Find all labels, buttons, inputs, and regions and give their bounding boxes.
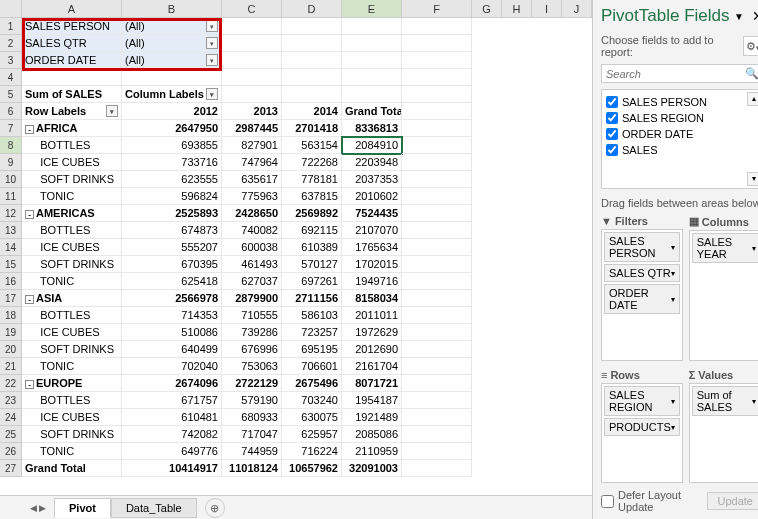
- cell[interactable]: 753063: [222, 358, 282, 375]
- cell[interactable]: 1949716: [342, 273, 402, 290]
- row-header[interactable]: 23: [0, 392, 22, 409]
- row-label[interactable]: ICE CUBES: [22, 154, 122, 171]
- cell[interactable]: 722268: [282, 154, 342, 171]
- field-checkbox[interactable]: [606, 112, 618, 124]
- cell[interactable]: 610481: [122, 409, 222, 426]
- cell[interactable]: 563154: [282, 137, 342, 154]
- cell[interactable]: 693855: [122, 137, 222, 154]
- chevron-down-icon[interactable]: ▾: [752, 397, 756, 406]
- scroll-down-icon[interactable]: ▾: [747, 172, 758, 186]
- chevron-down-icon[interactable]: ▾: [671, 295, 675, 304]
- cell[interactable]: 2110959: [342, 443, 402, 460]
- cell[interactable]: 1972629: [342, 324, 402, 341]
- cell[interactable]: [222, 35, 282, 52]
- cell[interactable]: 610389: [282, 239, 342, 256]
- cell[interactable]: [402, 239, 472, 256]
- row-header[interactable]: 1: [0, 18, 22, 35]
- cell[interactable]: 2107070: [342, 222, 402, 239]
- cell[interactable]: [402, 409, 472, 426]
- selected-cell[interactable]: 2084910: [342, 137, 402, 154]
- cell[interactable]: 2701418: [282, 120, 342, 137]
- cell[interactable]: 1702015: [342, 256, 402, 273]
- row-header[interactable]: 19: [0, 324, 22, 341]
- row-label[interactable]: SOFT DRINKS: [22, 171, 122, 188]
- row-label[interactable]: -ASIA: [22, 290, 122, 307]
- cell[interactable]: [282, 52, 342, 69]
- cell[interactable]: 703240: [282, 392, 342, 409]
- row-label[interactable]: BOTTLES: [22, 222, 122, 239]
- filter-value[interactable]: (All)▾: [122, 52, 222, 69]
- cell[interactable]: [402, 324, 472, 341]
- row-label[interactable]: -EUROPE: [22, 375, 122, 392]
- cell[interactable]: [342, 52, 402, 69]
- cell[interactable]: 2012: [122, 103, 222, 120]
- col-header-F[interactable]: F: [402, 0, 472, 17]
- cell[interactable]: [402, 120, 472, 137]
- row-header[interactable]: 27: [0, 460, 22, 477]
- col-header-A[interactable]: A: [22, 0, 122, 17]
- add-sheet-button[interactable]: ⊕: [205, 498, 225, 518]
- cell[interactable]: 510086: [122, 324, 222, 341]
- row-label[interactable]: BOTTLES: [22, 307, 122, 324]
- row-label[interactable]: TONIC: [22, 273, 122, 290]
- cell[interactable]: 2013: [222, 103, 282, 120]
- row-label[interactable]: Grand Total: [22, 460, 122, 477]
- cell[interactable]: [402, 205, 472, 222]
- cell[interactable]: 674873: [122, 222, 222, 239]
- select-all-corner[interactable]: [0, 0, 22, 17]
- cell[interactable]: 1954187: [342, 392, 402, 409]
- cell[interactable]: 717047: [222, 426, 282, 443]
- collapse-icon[interactable]: -: [25, 295, 34, 304]
- cell[interactable]: [402, 290, 472, 307]
- field-list[interactable]: ▴ ▾ SALES PERSONSALES REGIONORDER DATESA…: [601, 89, 758, 189]
- chevron-down-icon[interactable]: ▾: [206, 54, 218, 66]
- filter-label[interactable]: SALES QTR: [22, 35, 122, 52]
- field-checkbox[interactable]: [606, 144, 618, 156]
- chevron-down-icon[interactable]: ▾: [752, 244, 756, 253]
- cell[interactable]: [402, 426, 472, 443]
- cell[interactable]: 2161704: [342, 358, 402, 375]
- row-header[interactable]: 2: [0, 35, 22, 52]
- gear-icon[interactable]: ⚙▾: [743, 36, 758, 56]
- cell[interactable]: 8158034: [342, 290, 402, 307]
- cell[interactable]: 2010602: [342, 188, 402, 205]
- cell[interactable]: 555207: [122, 239, 222, 256]
- cell[interactable]: [402, 69, 472, 86]
- cell[interactable]: [342, 35, 402, 52]
- cell[interactable]: 11018124: [222, 460, 282, 477]
- cell[interactable]: [402, 392, 472, 409]
- col-header-B[interactable]: B: [122, 0, 222, 17]
- cell[interactable]: 2525893: [122, 205, 222, 222]
- cell[interactable]: [402, 137, 472, 154]
- field-item[interactable]: SALES REGION: [606, 110, 758, 126]
- cell[interactable]: [222, 18, 282, 35]
- cell[interactable]: 625418: [122, 273, 222, 290]
- col-header-H[interactable]: H: [502, 0, 532, 17]
- chevron-down-icon[interactable]: ▾: [671, 243, 675, 252]
- pane-menu-icon[interactable]: ▼: [734, 11, 744, 22]
- row-header[interactable]: 12: [0, 205, 22, 222]
- cell[interactable]: 2012690: [342, 341, 402, 358]
- cell[interactable]: [402, 222, 472, 239]
- cell[interactable]: 742082: [122, 426, 222, 443]
- cell[interactable]: [402, 52, 472, 69]
- area-item[interactable]: ORDER DATE▾: [604, 284, 680, 314]
- row-header[interactable]: 4: [0, 69, 22, 86]
- area-item[interactable]: Sum of SALES▾: [692, 386, 758, 416]
- cell[interactable]: [342, 18, 402, 35]
- row-label[interactable]: SOFT DRINKS: [22, 341, 122, 358]
- cell[interactable]: 625957: [282, 426, 342, 443]
- cell[interactable]: 596824: [122, 188, 222, 205]
- row-label[interactable]: BOTTLES: [22, 137, 122, 154]
- chevron-down-icon[interactable]: ▾: [106, 105, 118, 117]
- row-label[interactable]: TONIC: [22, 358, 122, 375]
- cell[interactable]: [402, 188, 472, 205]
- cell[interactable]: [402, 443, 472, 460]
- row-label[interactable]: ICE CUBES: [22, 239, 122, 256]
- field-search[interactable]: 🔍: [601, 64, 758, 83]
- cell[interactable]: 716224: [282, 443, 342, 460]
- cell[interactable]: 2085086: [342, 426, 402, 443]
- cell[interactable]: 8071721: [342, 375, 402, 392]
- row-header[interactable]: 14: [0, 239, 22, 256]
- cell[interactable]: 623555: [122, 171, 222, 188]
